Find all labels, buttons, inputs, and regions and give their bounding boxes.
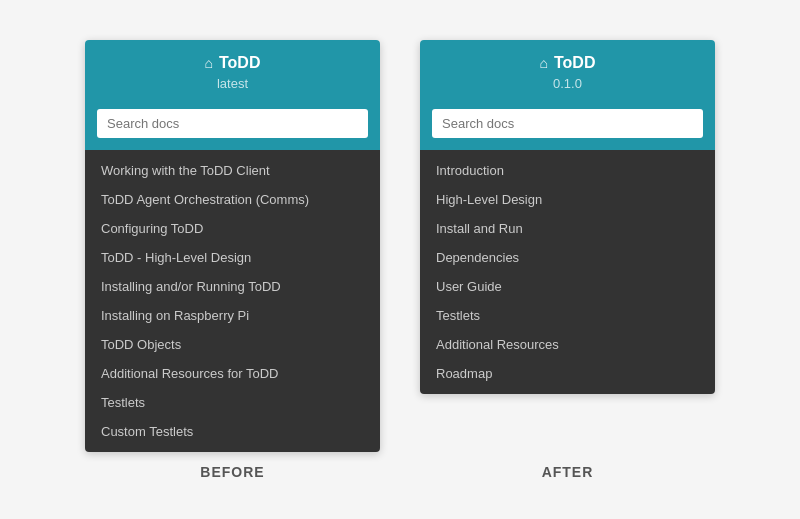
before-nav-item-7[interactable]: Additional Resources for ToDD xyxy=(85,359,380,388)
after-nav-item-4[interactable]: User Guide xyxy=(420,272,715,301)
before-home-icon: ⌂ xyxy=(205,55,213,71)
after-home-icon: ⌂ xyxy=(540,55,548,71)
after-search-input[interactable] xyxy=(432,109,703,138)
after-nav-item-0[interactable]: Introduction xyxy=(420,156,715,185)
after-nav-item-2[interactable]: Install and Run xyxy=(420,214,715,243)
panels-container: ⌂ ToDD latest Working with the ToDD Clie… xyxy=(85,40,715,452)
after-nav: Introduction High-Level Design Install a… xyxy=(420,150,715,394)
before-title-text: ToDD xyxy=(219,54,260,72)
before-nav-item-3[interactable]: ToDD - High-Level Design xyxy=(85,243,380,272)
after-label: AFTER xyxy=(420,464,715,480)
after-nav-item-1[interactable]: High-Level Design xyxy=(420,185,715,214)
before-subtitle: latest xyxy=(97,76,368,91)
before-nav-item-2[interactable]: Configuring ToDD xyxy=(85,214,380,243)
labels-row: BEFORE AFTER xyxy=(0,464,800,480)
after-title-text: ToDD xyxy=(554,54,595,72)
before-search-input[interactable] xyxy=(97,109,368,138)
before-panel-title: ⌂ ToDD xyxy=(97,54,368,72)
before-nav-item-4[interactable]: Installing and/or Running ToDD xyxy=(85,272,380,301)
before-panel: ⌂ ToDD latest Working with the ToDD Clie… xyxy=(85,40,380,452)
before-panel-header: ⌂ ToDD latest xyxy=(85,40,380,101)
before-nav-item-5[interactable]: Installing on Raspberry Pi xyxy=(85,301,380,330)
before-nav-item-8[interactable]: Testlets xyxy=(85,388,380,417)
before-nav: Working with the ToDD Client ToDD Agent … xyxy=(85,150,380,452)
after-panel-header: ⌂ ToDD 0.1.0 xyxy=(420,40,715,101)
before-search-container xyxy=(85,101,380,150)
before-nav-item-1[interactable]: ToDD Agent Orchestration (Comms) xyxy=(85,185,380,214)
after-panel-title: ⌂ ToDD xyxy=(432,54,703,72)
after-search-container xyxy=(420,101,715,150)
after-nav-item-5[interactable]: Testlets xyxy=(420,301,715,330)
before-label: BEFORE xyxy=(85,464,380,480)
before-nav-item-0[interactable]: Working with the ToDD Client xyxy=(85,156,380,185)
after-nav-item-7[interactable]: Roadmap xyxy=(420,359,715,388)
after-nav-item-6[interactable]: Additional Resources xyxy=(420,330,715,359)
after-nav-item-3[interactable]: Dependencies xyxy=(420,243,715,272)
after-subtitle: 0.1.0 xyxy=(432,76,703,91)
before-nav-item-6[interactable]: ToDD Objects xyxy=(85,330,380,359)
after-panel: ⌂ ToDD 0.1.0 Introduction High-Level Des… xyxy=(420,40,715,394)
before-nav-item-9[interactable]: Custom Testlets xyxy=(85,417,380,446)
